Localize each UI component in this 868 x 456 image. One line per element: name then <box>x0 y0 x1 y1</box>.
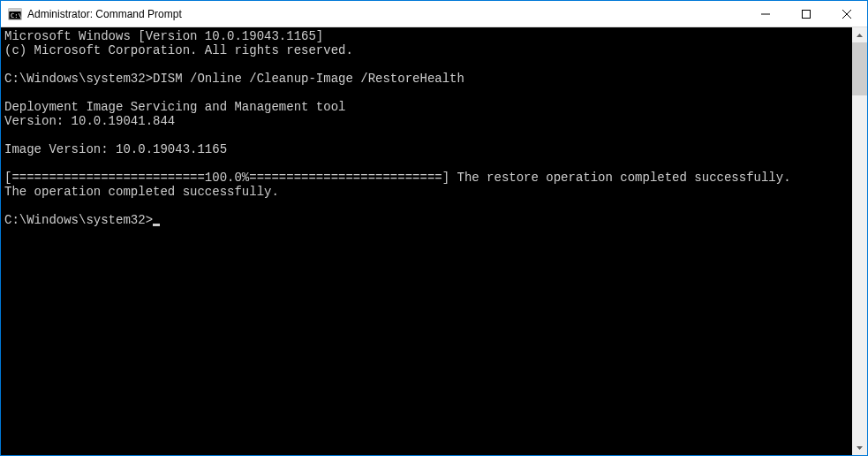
scrollbar-up-arrow[interactable] <box>852 27 867 42</box>
window-title: Administrator: Command Prompt <box>27 8 745 20</box>
terminal-line: Image Version: 10.0.19043.1165 <box>4 142 849 156</box>
terminal-prompt: C:\Windows\system32> <box>4 213 153 227</box>
close-button[interactable] <box>826 1 867 27</box>
svg-text:C:\: C:\ <box>11 12 22 19</box>
terminal-line: Deployment Image Servicing and Managemen… <box>4 100 849 114</box>
app-icon: C:\ <box>8 7 22 21</box>
terminal-line: [==========================100.0%=======… <box>4 171 849 185</box>
minimize-button[interactable] <box>745 1 786 27</box>
chevron-up-icon <box>857 34 863 37</box>
terminal-line: The operation completed successfully. <box>4 185 849 199</box>
terminal-cursor <box>153 224 160 226</box>
chevron-down-icon <box>857 446 863 450</box>
svg-marker-7 <box>857 34 863 37</box>
terminal-line: Microsoft Windows [Version 10.0.19043.11… <box>4 29 849 43</box>
terminal-area: Microsoft Windows [Version 10.0.19043.11… <box>1 27 867 455</box>
terminal-prompt-line: C:\Windows\system32> <box>4 213 849 227</box>
svg-marker-8 <box>857 446 863 450</box>
command-prompt-window: C:\ Administrator: Command Prompt <box>0 0 868 456</box>
maximize-icon <box>802 10 811 19</box>
terminal-line: C:\Windows\system32>DISM /Online /Cleanu… <box>4 72 849 86</box>
close-icon <box>842 10 851 19</box>
scrollbar-thumb[interactable] <box>852 42 867 95</box>
vertical-scrollbar[interactable] <box>852 27 867 455</box>
terminal-output[interactable]: Microsoft Windows [Version 10.0.19043.11… <box>1 27 852 455</box>
window-controls <box>745 1 867 27</box>
titlebar: C:\ Administrator: Command Prompt <box>1 1 867 27</box>
minimize-icon <box>761 10 770 19</box>
terminal-line <box>4 199 849 213</box>
terminal-line <box>4 156 849 171</box>
terminal-line: Version: 10.0.19041.844 <box>4 114 849 128</box>
svg-rect-4 <box>803 10 811 18</box>
svg-rect-1 <box>9 9 21 11</box>
terminal-line: (c) Microsoft Corporation. All rights re… <box>4 43 849 57</box>
maximize-button[interactable] <box>786 1 826 27</box>
scrollbar-track[interactable] <box>852 42 867 440</box>
terminal-line <box>4 57 849 72</box>
terminal-line <box>4 86 849 100</box>
scrollbar-down-arrow[interactable] <box>852 440 867 455</box>
terminal-line <box>4 128 849 142</box>
